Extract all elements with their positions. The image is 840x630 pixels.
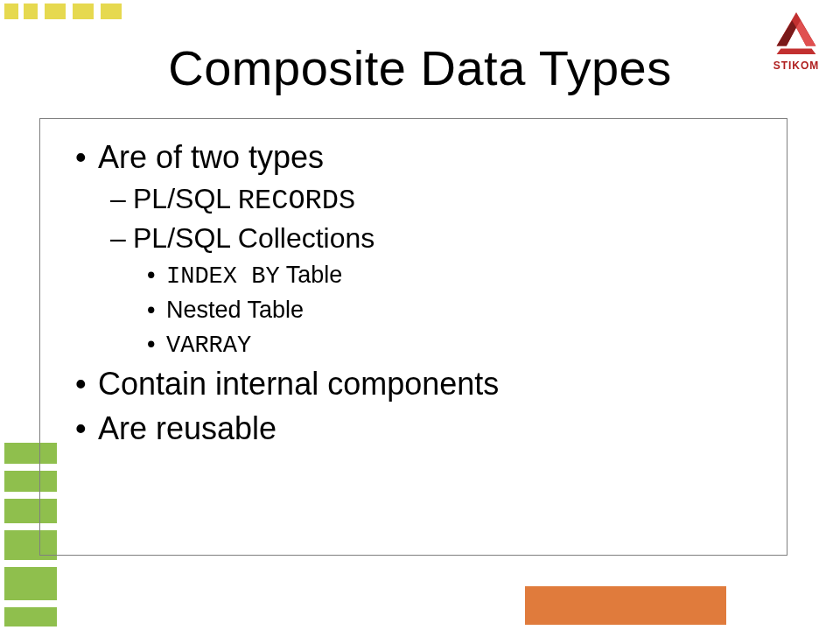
bullet-mono: RECORDS [238, 185, 355, 217]
bullet-plsql-collections: PL/SQL Collections [110, 220, 769, 257]
bullet-text: PL/SQL Collections [133, 222, 374, 254]
bullet-text: Nested Table [166, 297, 304, 323]
content-box: Are of two types PL/SQL RECORDS PL/SQL C… [39, 118, 788, 556]
bullet-mono: INDEX BY [166, 263, 280, 290]
bullet-mono: VARRAY [166, 332, 251, 359]
slide-title: Composite Data Types [0, 39, 840, 96]
bullet-are-reusable: Are reusable [75, 408, 769, 451]
bullet-text: Are of two types [98, 139, 324, 175]
bullet-varray: VARRAY [147, 328, 769, 361]
bullet-are-of-two-types: Are of two types [75, 136, 769, 179]
bullet-text: Table [280, 262, 343, 288]
bullet-contain-internal-components: Contain internal components [75, 363, 769, 406]
deco-bottom-orange [525, 586, 726, 625]
bullet-text: Contain internal components [98, 366, 499, 402]
bullet-plsql-records: PL/SQL RECORDS [110, 181, 769, 220]
bullet-text: Are reusable [98, 410, 276, 446]
bullet-index-by-table: INDEX BY Table [147, 259, 769, 292]
bullet-text: PL/SQL [133, 183, 238, 214]
bullet-nested-table: Nested Table [147, 294, 769, 326]
